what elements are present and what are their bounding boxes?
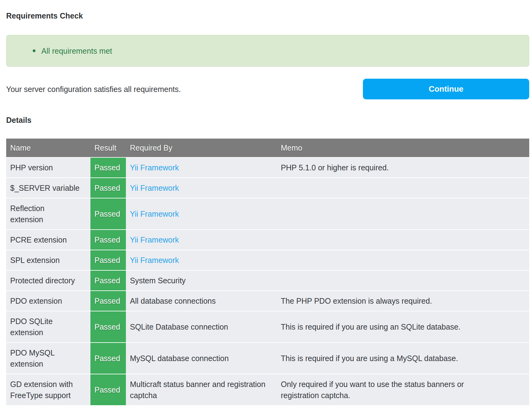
table-row: Reflection extension Passed Yii Framewor… [6, 198, 529, 229]
table-row: PDO MySQL extension Passed MySQL databas… [6, 343, 529, 374]
column-header-required-by: Required By [126, 139, 277, 157]
table-row: Protected directory Passed System Securi… [6, 271, 529, 290]
required-by: SQLite Database connection [130, 322, 228, 331]
memo [277, 271, 529, 290]
required-by[interactable]: Yii Framework [130, 256, 179, 264]
bullet-icon [33, 49, 35, 52]
requirements-table: Name Result Required By Memo PHP version… [6, 138, 529, 406]
details-heading: Details [6, 115, 529, 125]
column-header-result: Result [90, 139, 126, 157]
table-row: $_SERVER variable Passed Yii Framework [6, 178, 529, 198]
required-by[interactable]: Yii Framework [130, 163, 179, 172]
required-by[interactable]: Yii Framework [130, 210, 179, 218]
table-row: GD extension with FreeType support Passe… [6, 374, 529, 405]
required-by[interactable]: Yii Framework [130, 235, 179, 244]
result-badge: Passed [90, 374, 126, 405]
table-row: PCRE extension Passed Yii Framework [6, 230, 529, 250]
result-badge: Passed [90, 250, 126, 270]
requirement-name: PHP version [6, 158, 90, 177]
result-badge: Passed [90, 198, 126, 229]
requirement-name: PDO MySQL extension [6, 343, 90, 374]
result-badge: Passed [90, 158, 126, 177]
memo: The PHP PDO extension is always required… [277, 291, 529, 311]
table-header-row: Name Result Required By Memo [6, 139, 529, 157]
result-badge: Passed [90, 291, 126, 311]
table-row: PHP version Passed Yii Framework PHP 5.1… [6, 158, 529, 177]
result-badge: Passed [90, 178, 126, 198]
table-row: PDO extension Passed All database connec… [6, 291, 529, 311]
result-badge: Passed [90, 230, 126, 250]
column-header-memo: Memo [277, 139, 529, 157]
intro-text: Your server configuration satisfies all … [6, 84, 181, 94]
memo: PHP 5.1.0 or higher is required. [277, 158, 529, 177]
result-badge: Passed [90, 271, 126, 290]
required-by: Multicraft status banner and registratio… [130, 380, 265, 400]
table-row: SPL extension Passed Yii Framework [6, 250, 529, 270]
requirement-name: $_SERVER variable [6, 178, 90, 198]
action-row: Your server configuration satisfies all … [6, 79, 529, 99]
requirement-name: SPL extension [6, 250, 90, 270]
success-alert: All requirements met [6, 35, 529, 67]
requirement-name: Protected directory [6, 271, 90, 290]
requirement-name: GD extension with FreeType support [6, 374, 90, 405]
requirement-name: PDO extension [6, 291, 90, 311]
requirements-check-page: Requirements Check All requirements met … [0, 0, 532, 416]
requirement-name: PCRE extension [6, 230, 90, 250]
requirement-name: Reflection extension [6, 198, 90, 229]
required-by: All database connections [130, 297, 216, 305]
required-by: MySQL database connection [130, 354, 229, 363]
memo [277, 198, 529, 229]
result-badge: Passed [90, 343, 126, 374]
memo [277, 178, 529, 198]
memo [277, 250, 529, 270]
requirement-name: PDO SQLite extension [6, 311, 90, 342]
result-badge: Passed [90, 311, 126, 342]
memo: Only required if you want to use the sta… [277, 374, 529, 405]
memo: This is required if you are using an SQL… [277, 311, 529, 342]
table-row: PDO SQLite extension Passed SQLite Datab… [6, 311, 529, 342]
required-by: System Security [130, 276, 186, 285]
column-header-name: Name [6, 139, 90, 157]
required-by[interactable]: Yii Framework [130, 184, 179, 192]
memo [277, 230, 529, 250]
requirements-table-body: PHP version Passed Yii Framework PHP 5.1… [6, 158, 529, 405]
continue-button[interactable]: Continue [363, 79, 529, 99]
memo: This is required if you are using a MySQ… [277, 343, 529, 374]
page-title: Requirements Check [6, 11, 529, 20]
alert-message: All requirements met [41, 46, 112, 56]
